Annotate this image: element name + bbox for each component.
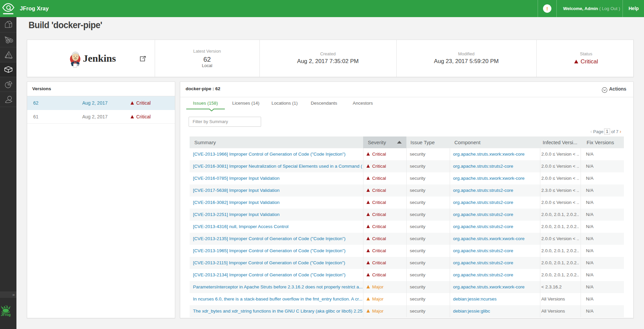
svg-text:JFrog: JFrog [1,313,10,317]
